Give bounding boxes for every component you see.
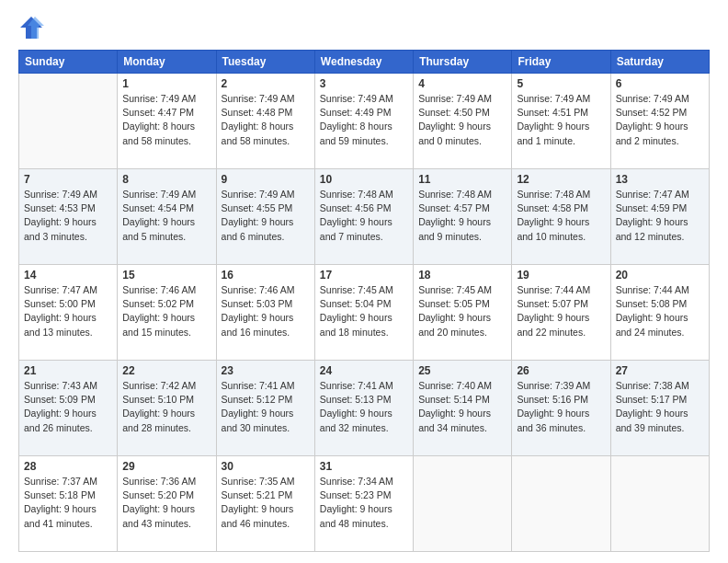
day-number: 7 (24, 173, 112, 186)
day-number: 9 (222, 173, 310, 186)
calendar-cell: 22Sunrise: 7:42 AMSunset: 5:10 PMDayligh… (118, 361, 216, 456)
calendar-cell: 30Sunrise: 7:35 AMSunset: 5:21 PMDayligh… (216, 456, 314, 552)
weekday-header: Saturday (610, 51, 709, 74)
day-number: 11 (418, 173, 506, 186)
calendar-cell: 5Sunrise: 7:49 AMSunset: 4:51 PMDaylight… (512, 74, 610, 169)
day-info: Sunrise: 7:48 AMSunset: 4:57 PMDaylight:… (418, 188, 506, 244)
day-info: Sunrise: 7:37 AMSunset: 5:18 PMDaylight:… (24, 475, 112, 531)
weekday-header: Sunday (19, 51, 118, 74)
calendar-week-row: 28Sunrise: 7:37 AMSunset: 5:18 PMDayligh… (19, 456, 710, 552)
calendar-cell: 15Sunrise: 7:46 AMSunset: 5:02 PMDayligh… (118, 265, 216, 361)
day-number: 8 (122, 173, 210, 186)
day-number: 19 (517, 269, 605, 282)
day-info: Sunrise: 7:46 AMSunset: 5:03 PMDaylight:… (222, 283, 310, 339)
day-info: Sunrise: 7:41 AMSunset: 5:12 PMDaylight:… (222, 379, 310, 435)
calendar-header-row: SundayMondayTuesdayWednesdayThursdayFrid… (19, 51, 710, 74)
day-number: 23 (222, 364, 310, 377)
day-info: Sunrise: 7:49 AMSunset: 4:50 PMDaylight:… (418, 92, 506, 148)
calendar-cell: 19Sunrise: 7:44 AMSunset: 5:07 PMDayligh… (512, 265, 610, 361)
day-info: Sunrise: 7:49 AMSunset: 4:47 PMDaylight:… (122, 92, 210, 148)
day-info: Sunrise: 7:49 AMSunset: 4:53 PMDaylight:… (24, 188, 112, 244)
calendar-cell: 31Sunrise: 7:34 AMSunset: 5:23 PMDayligh… (314, 456, 413, 552)
day-number: 24 (320, 364, 408, 377)
day-info: Sunrise: 7:36 AMSunset: 5:20 PMDaylight:… (122, 475, 210, 531)
logo (18, 15, 48, 40)
day-info: Sunrise: 7:49 AMSunset: 4:49 PMDaylight:… (320, 92, 408, 148)
logo-icon (18, 15, 44, 40)
calendar-cell: 18Sunrise: 7:45 AMSunset: 5:05 PMDayligh… (414, 265, 512, 361)
day-info: Sunrise: 7:49 AMSunset: 4:54 PMDaylight:… (122, 188, 210, 244)
calendar-cell: 23Sunrise: 7:41 AMSunset: 5:12 PMDayligh… (216, 361, 314, 456)
day-number: 27 (616, 364, 704, 377)
day-info: Sunrise: 7:48 AMSunset: 4:58 PMDaylight:… (517, 188, 605, 244)
calendar-cell: 24Sunrise: 7:41 AMSunset: 5:13 PMDayligh… (314, 361, 413, 456)
calendar-cell: 21Sunrise: 7:43 AMSunset: 5:09 PMDayligh… (19, 361, 118, 456)
day-info: Sunrise: 7:49 AMSunset: 4:55 PMDaylight:… (222, 188, 310, 244)
day-info: Sunrise: 7:41 AMSunset: 5:13 PMDaylight:… (320, 379, 408, 435)
day-number: 20 (616, 269, 704, 282)
calendar-cell: 11Sunrise: 7:48 AMSunset: 4:57 PMDayligh… (414, 169, 512, 265)
calendar-cell: 26Sunrise: 7:39 AMSunset: 5:16 PMDayligh… (512, 361, 610, 456)
day-number: 1 (122, 77, 210, 90)
day-info: Sunrise: 7:44 AMSunset: 5:07 PMDaylight:… (517, 283, 605, 339)
day-number: 22 (122, 364, 210, 377)
day-number: 10 (320, 173, 408, 186)
day-info: Sunrise: 7:42 AMSunset: 5:10 PMDaylight:… (122, 379, 210, 435)
calendar-week-row: 14Sunrise: 7:47 AMSunset: 5:00 PMDayligh… (19, 265, 710, 361)
calendar-cell: 9Sunrise: 7:49 AMSunset: 4:55 PMDaylight… (216, 169, 314, 265)
calendar-cell: 20Sunrise: 7:44 AMSunset: 5:08 PMDayligh… (610, 265, 709, 361)
day-number: 25 (418, 364, 506, 377)
day-info: Sunrise: 7:47 AMSunset: 5:00 PMDaylight:… (24, 283, 112, 339)
day-number: 15 (122, 269, 210, 282)
calendar-cell: 8Sunrise: 7:49 AMSunset: 4:54 PMDaylight… (118, 169, 216, 265)
calendar-cell: 25Sunrise: 7:40 AMSunset: 5:14 PMDayligh… (414, 361, 512, 456)
day-number: 16 (222, 269, 310, 282)
day-info: Sunrise: 7:40 AMSunset: 5:14 PMDaylight:… (418, 379, 506, 435)
day-number: 4 (418, 77, 506, 90)
calendar-week-row: 1Sunrise: 7:49 AMSunset: 4:47 PMDaylight… (19, 74, 710, 169)
day-info: Sunrise: 7:35 AMSunset: 5:21 PMDaylight:… (222, 475, 310, 531)
weekday-header: Wednesday (314, 51, 413, 74)
calendar-week-row: 21Sunrise: 7:43 AMSunset: 5:09 PMDayligh… (19, 361, 710, 456)
day-info: Sunrise: 7:38 AMSunset: 5:17 PMDaylight:… (616, 379, 704, 435)
calendar-cell: 1Sunrise: 7:49 AMSunset: 4:47 PMDaylight… (118, 74, 216, 169)
weekday-header: Monday (118, 51, 216, 74)
day-number: 6 (616, 77, 704, 90)
weekday-header: Tuesday (216, 51, 314, 74)
day-info: Sunrise: 7:45 AMSunset: 5:05 PMDaylight:… (418, 283, 506, 339)
calendar-cell: 13Sunrise: 7:47 AMSunset: 4:59 PMDayligh… (610, 169, 709, 265)
day-info: Sunrise: 7:39 AMSunset: 5:16 PMDaylight:… (517, 379, 605, 435)
day-number: 12 (517, 173, 605, 186)
calendar-cell: 27Sunrise: 7:38 AMSunset: 5:17 PMDayligh… (610, 361, 709, 456)
day-number: 5 (517, 77, 605, 90)
day-info: Sunrise: 7:43 AMSunset: 5:09 PMDaylight:… (24, 379, 112, 435)
calendar-cell: 10Sunrise: 7:48 AMSunset: 4:56 PMDayligh… (314, 169, 413, 265)
calendar-cell: 7Sunrise: 7:49 AMSunset: 4:53 PMDaylight… (19, 169, 118, 265)
calendar-cell: 14Sunrise: 7:47 AMSunset: 5:00 PMDayligh… (19, 265, 118, 361)
calendar-page: SundayMondayTuesdayWednesdayThursdayFrid… (0, 0, 728, 563)
calendar-cell: 6Sunrise: 7:49 AMSunset: 4:52 PMDaylight… (610, 74, 709, 169)
calendar-cell: 29Sunrise: 7:36 AMSunset: 5:20 PMDayligh… (118, 456, 216, 552)
day-number: 26 (517, 364, 605, 377)
calendar-cell: 3Sunrise: 7:49 AMSunset: 4:49 PMDaylight… (314, 74, 413, 169)
day-number: 3 (320, 77, 408, 90)
calendar-cell: 4Sunrise: 7:49 AMSunset: 4:50 PMDaylight… (414, 74, 512, 169)
day-number: 14 (24, 269, 112, 282)
calendar-cell: 12Sunrise: 7:48 AMSunset: 4:58 PMDayligh… (512, 169, 610, 265)
calendar-week-row: 7Sunrise: 7:49 AMSunset: 4:53 PMDaylight… (19, 169, 710, 265)
day-info: Sunrise: 7:47 AMSunset: 4:59 PMDaylight:… (616, 188, 704, 244)
calendar-cell: 28Sunrise: 7:37 AMSunset: 5:18 PMDayligh… (19, 456, 118, 552)
calendar-cell (512, 456, 610, 552)
calendar-cell (19, 74, 118, 169)
day-info: Sunrise: 7:45 AMSunset: 5:04 PMDaylight:… (320, 283, 408, 339)
day-number: 2 (222, 77, 310, 90)
weekday-header: Friday (512, 51, 610, 74)
day-info: Sunrise: 7:48 AMSunset: 4:56 PMDaylight:… (320, 188, 408, 244)
day-number: 29 (122, 460, 210, 473)
day-number: 17 (320, 269, 408, 282)
day-info: Sunrise: 7:44 AMSunset: 5:08 PMDaylight:… (616, 283, 704, 339)
day-info: Sunrise: 7:49 AMSunset: 4:51 PMDaylight:… (517, 92, 605, 148)
day-info: Sunrise: 7:34 AMSunset: 5:23 PMDaylight:… (320, 475, 408, 531)
calendar-cell (610, 456, 709, 552)
day-number: 30 (222, 460, 310, 473)
